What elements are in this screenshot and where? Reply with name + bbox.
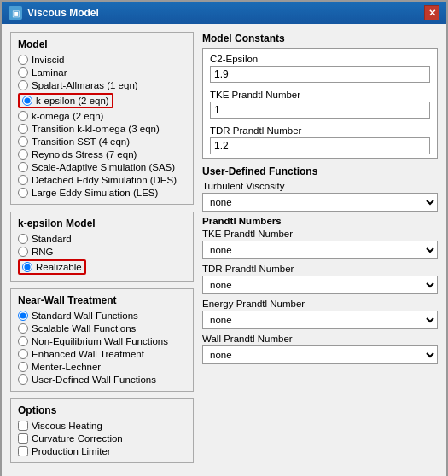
trans-kl-label: Transition k-kl-omega (3 eqn) — [32, 124, 160, 134]
kepsilon-highlight: k-epsilon (2 eqn) — [18, 93, 113, 108]
model-radio-group: Inviscid Laminar Spalart-Allmaras (1 eqn… — [18, 54, 186, 199]
udf-tke-prandtl: TKE Prandtl Number none — [202, 229, 438, 259]
radio-scalable-wall[interactable]: Scalable Wall Functions — [18, 322, 186, 334]
radio-les[interactable]: Large Eddy Simulation (LES) — [18, 187, 186, 199]
radio-des[interactable]: Detached Eddy Simulation (DES) — [18, 174, 186, 186]
radio-trans-sst[interactable]: Transition SST (4 eqn) — [18, 136, 186, 148]
titlebar-left: ▣ Viscous Model — [9, 6, 99, 20]
des-label: Detached Eddy Simulation (DES) — [32, 175, 177, 185]
constant-tke-prandtl: TKE Prandtl Number — [210, 90, 430, 119]
udf-turb-visc-dropdown[interactable]: none — [202, 193, 438, 212]
kepsilon-label: k-epsilon (2 eqn) — [36, 96, 109, 106]
model-section: Model Inviscid Laminar Spalart-Allmaras … — [10, 32, 194, 205]
enhanced-wall-label: Enhanced Wall Treatment — [32, 349, 144, 359]
cb-viscous-heat[interactable]: Viscous Heating — [18, 420, 186, 432]
udf-tdr-dropdown[interactable]: none — [202, 276, 438, 294]
radio-standard[interactable]: Standard — [18, 233, 186, 245]
radio-spalart[interactable]: Spalart-Allmaras (1 eqn) — [18, 79, 186, 91]
realizable-label: Realizable — [36, 262, 82, 272]
tke-prandtl-input[interactable] — [210, 102, 430, 119]
komega-label: k-omega (2 eqn) — [32, 111, 103, 121]
udf-energy-label: Energy Prandtl Number — [202, 299, 438, 309]
trans-sst-label: Transition SST (4 eqn) — [32, 136, 130, 147]
curvature-label: Curvature Correction — [32, 433, 123, 444]
nearwall-section: Near-Wall Treatment Standard Wall Functi… — [10, 288, 194, 392]
menter-label: Menter-Lechner — [32, 362, 101, 372]
cb-production[interactable]: Production Limiter — [18, 445, 186, 457]
radio-rng[interactable]: RNG — [18, 246, 186, 258]
production-label: Production Limiter — [32, 446, 111, 456]
tdr-prandtl-label: TDR Prandtl Number — [210, 125, 430, 136]
udf-turbulent-viscosity: Turbulent Viscosity none — [202, 181, 438, 212]
kepsilon-model-label: k-epsilon Model — [18, 218, 186, 229]
kepsilon-radio-group: Standard RNG Realizable — [18, 233, 186, 276]
cb-curvature[interactable]: Curvature Correction — [18, 432, 186, 444]
window-title: Viscous Model — [27, 7, 99, 19]
les-label: Large Eddy Simulation (LES) — [32, 188, 158, 198]
radio-trans-kl[interactable]: Transition k-kl-omega (3 eqn) — [18, 123, 186, 135]
constants-section: Model Constants C2-Epsilon TKE Prandtl N… — [202, 32, 438, 159]
options-section: Options Viscous Heating Curvature Correc… — [10, 398, 194, 463]
udf-tdr-prandtl: TDR Prandtl Number none — [202, 264, 438, 294]
udf-wall-dropdown[interactable]: none — [202, 345, 438, 364]
laminar-label: Laminar — [32, 67, 67, 78]
viscous-model-dialog: ▣ Viscous Model ✕ Model Inviscid Laminar — [0, 0, 448, 476]
radio-user-wall[interactable]: User-Defined Wall Functions — [18, 374, 186, 386]
udf-turb-visc-label: Turbulent Viscosity — [202, 181, 438, 191]
udf-tke-dropdown[interactable]: none — [202, 241, 438, 259]
spalart-label: Spalart-Allmaras (1 eqn) — [32, 80, 138, 90]
radio-komega[interactable]: k-omega (2 eqn) — [18, 110, 186, 122]
udf-energy-dropdown[interactable]: none — [202, 311, 438, 329]
tdr-prandtl-input[interactable] — [210, 137, 430, 154]
udf-energy-prandtl: Energy Prandtl Number none — [202, 299, 438, 329]
udf-wall-label: Wall Prandtl Number — [202, 334, 438, 344]
radio-menter[interactable]: Menter-Lechner — [18, 361, 186, 373]
left-panel: Model Inviscid Laminar Spalart-Allmaras … — [10, 32, 194, 470]
standard-label: Standard — [32, 234, 72, 244]
viscous-heat-label: Viscous Heating — [32, 421, 102, 431]
reynolds-label: Reynolds Stress (7 eqn) — [32, 149, 137, 160]
udf-tke-label: TKE Prandtl Number — [202, 229, 438, 239]
user-wall-label: User-Defined Wall Functions — [32, 374, 156, 385]
radio-kepsilon[interactable]: k-epsilon (2 eqn) — [18, 92, 186, 109]
udf-label: User-Defined Functions — [202, 165, 438, 177]
app-icon: ▣ — [9, 6, 22, 20]
c2epsilon-label: C2-Epsilon — [210, 54, 430, 64]
nearwall-label: Near-Wall Treatment — [18, 294, 186, 306]
realizable-highlight: Realizable — [18, 259, 86, 275]
tke-prandtl-label: TKE Prandtl Number — [210, 90, 430, 100]
titlebar: ▣ Viscous Model ✕ — [2, 2, 446, 24]
c2epsilon-input[interactable] — [210, 66, 430, 83]
kepsilon-model-section: k-epsilon Model Standard RNG Realizable — [10, 212, 194, 282]
options-label: Options — [18, 404, 186, 416]
udf-section: User-Defined Functions Turbulent Viscosi… — [202, 165, 438, 364]
sas-label: Scale-Adaptive Simulation (SAS) — [32, 162, 175, 172]
radio-nonequil-wall[interactable]: Non-Equilibrium Wall Functions — [18, 335, 186, 347]
inviscid-label: Inviscid — [32, 55, 64, 65]
radio-sas[interactable]: Scale-Adaptive Simulation (SAS) — [18, 161, 186, 173]
radio-reynolds[interactable]: Reynolds Stress (7 eqn) — [18, 148, 186, 160]
prandtl-numbers-sublabel: Prandtl Numbers — [202, 216, 438, 226]
rng-label: RNG — [32, 247, 54, 257]
radio-laminar[interactable]: Laminar — [18, 67, 186, 78]
radio-standard-wall[interactable]: Standard Wall Functions — [18, 310, 186, 322]
radio-enhanced-wall[interactable]: Enhanced Wall Treatment — [18, 348, 186, 360]
constants-label: Model Constants — [202, 32, 438, 44]
constants-scroll-area[interactable]: C2-Epsilon TKE Prandtl Number TDR Prandt… — [202, 48, 438, 159]
nearwall-radio-group: Standard Wall Functions Scalable Wall Fu… — [18, 310, 186, 386]
radio-realizable[interactable]: Realizable — [18, 258, 186, 276]
options-checkbox-group: Viscous Heating Curvature Correction Pro… — [18, 420, 186, 457]
nonequil-wall-label: Non-Equilibrium Wall Functions — [32, 336, 168, 346]
main-content: Model Inviscid Laminar Spalart-Allmaras … — [2, 24, 446, 476]
standard-wall-label: Standard Wall Functions — [32, 311, 138, 321]
radio-inviscid[interactable]: Inviscid — [18, 54, 186, 66]
constant-c2epsilon: C2-Epsilon — [210, 54, 430, 83]
udf-tdr-label: TDR Prandtl Number — [202, 264, 438, 274]
model-section-label: Model — [18, 38, 186, 50]
close-button[interactable]: ✕ — [424, 5, 439, 20]
constant-tdr-prandtl: TDR Prandtl Number — [210, 125, 430, 154]
udf-wall-prandtl: Wall Prandtl Number none — [202, 334, 438, 364]
right-panel: Model Constants C2-Epsilon TKE Prandtl N… — [202, 32, 438, 470]
scalable-wall-label: Scalable Wall Functions — [32, 323, 136, 334]
